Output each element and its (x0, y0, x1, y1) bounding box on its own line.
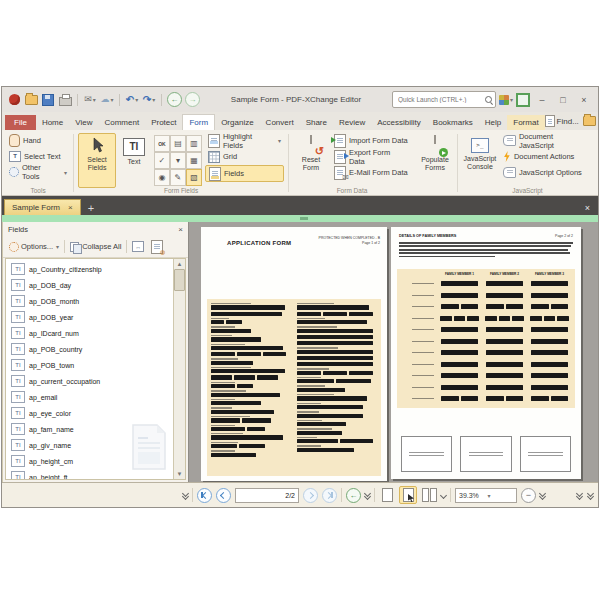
form-field-box[interactable] (297, 405, 363, 409)
signature-box[interactable] (520, 436, 571, 472)
fit-window-button[interactable] (516, 93, 530, 107)
export-form-data-button[interactable]: Export Form Data (331, 149, 411, 164)
form-field-box[interactable] (211, 369, 285, 373)
document-actions-button[interactable]: Document Actions (500, 149, 593, 164)
form-field-box[interactable] (263, 352, 286, 356)
form-field-box[interactable] (297, 431, 342, 435)
strip-handle[interactable] (300, 217, 308, 220)
form-field-box[interactable] (211, 346, 283, 350)
form-field-box[interactable] (257, 375, 278, 379)
member-field-box[interactable] (531, 362, 569, 367)
ribbon-tab-help[interactable]: Help (479, 115, 507, 130)
close-tab-icon[interactable]: × (68, 203, 73, 212)
zoom-level-combo[interactable]: 39.3% ▾ (455, 488, 517, 503)
import-form-data-button[interactable]: Import Form Data (331, 133, 411, 148)
field-list-item[interactable]: TIap_POB_town (6, 357, 174, 373)
form-field-box[interactable] (211, 361, 253, 365)
member-field-box[interactable] (467, 316, 478, 321)
ribbon-tab-format[interactable]: Format (507, 115, 544, 130)
member-field-box[interactable] (531, 339, 569, 344)
date-field-icon[interactable]: ▦ (186, 152, 202, 169)
member-field-box[interactable] (486, 293, 524, 298)
form-field-box[interactable] (247, 427, 265, 431)
field-list-item[interactable]: TIap_IDcard_num (6, 325, 174, 341)
pdf-page-1[interactable]: APPLICATION FORM PROTECTED WHEN COMPLETE… (201, 227, 387, 481)
button-field-icon[interactable]: OK (154, 135, 170, 152)
member-field-box[interactable] (461, 304, 478, 309)
pdf-page-2[interactable]: DETAILS OF FAMILY MEMBERS Page 2 of 2 FA… (391, 227, 581, 479)
scroll-thumb[interactable] (174, 269, 185, 291)
minimize-button[interactable]: – (533, 92, 551, 108)
form-field-box[interactable] (211, 418, 240, 422)
field-list-item[interactable]: TIap_POB_country (6, 341, 174, 357)
member-field-box[interactable] (531, 327, 569, 332)
member-field-box[interactable] (454, 316, 465, 321)
fields-scrollbar[interactable]: ▲ ▼ (173, 259, 185, 479)
redo-button[interactable]: ↷▾ (142, 93, 156, 107)
reset-form-button[interactable]: ↺ Reset Form (293, 133, 329, 186)
form-field-box[interactable] (297, 350, 373, 354)
field-list-item[interactable]: TIap_email (6, 389, 174, 405)
new-tab-button[interactable]: + (81, 202, 101, 215)
form-field-box[interactable] (297, 329, 373, 333)
layout-options-chevron-icon[interactable] (440, 491, 447, 498)
form-field-box[interactable] (297, 379, 334, 383)
field-list-item[interactable]: TIap_DOB_month (6, 293, 174, 309)
hand-tool-button[interactable]: Hand (7, 133, 69, 147)
member-field-box[interactable] (486, 327, 524, 332)
member-field-box[interactable] (557, 316, 568, 321)
ribbon-tab-bookmarks[interactable]: Bookmarks (427, 115, 479, 130)
member-field-box[interactable] (441, 339, 479, 344)
form-field-box[interactable] (349, 371, 373, 375)
checkbox-field-icon[interactable]: ✓ (154, 152, 170, 169)
ribbon-tab-protect[interactable]: Protect (145, 115, 182, 130)
javascript-console-button[interactable]: >_ JavaScript Console (462, 133, 498, 186)
close-button[interactable]: × (575, 92, 593, 108)
member-field-box[interactable] (531, 304, 548, 309)
ribbon-tab-comment[interactable]: Comment (98, 115, 145, 130)
previous-page-button[interactable] (216, 488, 231, 503)
form-field-box[interactable] (297, 371, 321, 375)
member-field-box[interactable] (486, 339, 524, 344)
ribbon-tab-form[interactable]: Form (182, 114, 215, 130)
form-field-box[interactable] (297, 388, 345, 392)
member-field-box[interactable] (499, 316, 510, 321)
form-field-box[interactable] (336, 379, 371, 383)
form-field-box[interactable] (234, 375, 255, 379)
form-field-box[interactable] (340, 439, 372, 443)
document-tab-sample-form[interactable]: Sample Form × (4, 199, 81, 215)
current-layout-button[interactable] (399, 486, 417, 504)
collapse-all-button[interactable]: Collapse All (68, 240, 123, 254)
highlight-fields-button[interactable]: Highlight Fields ▾ (205, 133, 284, 148)
ribbon-tab-view[interactable]: View (69, 115, 98, 130)
form-field-box[interactable] (211, 401, 261, 405)
ribbon-tab-organize[interactable]: Organize (215, 115, 259, 130)
fields-pane-button[interactable]: Fields (205, 165, 284, 182)
member-field-box[interactable] (486, 304, 503, 309)
scroll-down-icon[interactable]: ▼ (175, 469, 184, 479)
search-folder-button[interactable] (583, 114, 597, 128)
ribbon-tab-share[interactable]: Share (300, 115, 333, 130)
form-field-box[interactable] (211, 393, 280, 397)
member-field-box[interactable] (441, 304, 458, 309)
form-field-box[interactable] (211, 410, 274, 414)
form-field-box[interactable] (237, 352, 261, 356)
first-page-button[interactable] (197, 488, 212, 503)
field-list-item[interactable]: TIap_current_occupation (6, 373, 174, 389)
find-button[interactable]: Find... (545, 115, 579, 127)
populate-forms-button[interactable]: Populate Forms (417, 133, 453, 186)
form-field-box[interactable] (211, 453, 256, 457)
member-field-box[interactable] (441, 350, 479, 355)
document-area[interactable]: APPLICATION FORM PROTECTED WHEN COMPLETE… (189, 222, 598, 482)
member-field-box[interactable] (531, 281, 569, 286)
form-field-box[interactable] (297, 422, 347, 426)
member-field-box[interactable] (551, 396, 568, 401)
text-field-button[interactable]: TI Text (116, 133, 152, 186)
member-field-box[interactable] (441, 362, 479, 367)
member-field-box[interactable] (441, 373, 479, 378)
member-field-box[interactable] (461, 396, 478, 401)
form-field-box[interactable] (297, 335, 373, 339)
maximize-button[interactable]: □ (554, 92, 572, 108)
zoom-chevrons-icon[interactable] (540, 491, 545, 499)
signature-field-icon[interactable]: ✎ (170, 169, 186, 186)
